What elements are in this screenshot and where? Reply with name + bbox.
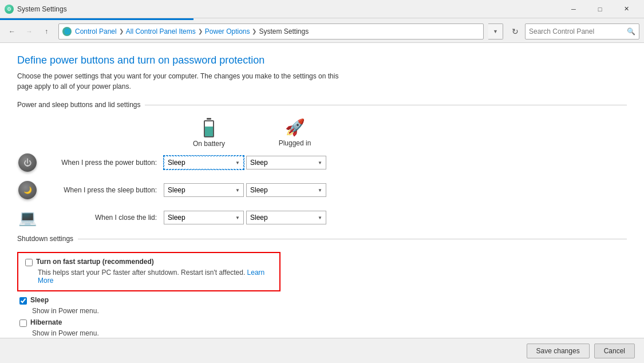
fast-startup-checkbox[interactable] (25, 259, 33, 266)
dropdown-arrow: ▼ (318, 188, 322, 193)
search-box: 🔍 (525, 23, 639, 40)
battery-tip (207, 118, 211, 120)
lid-plugged-value: Sleep (250, 214, 268, 222)
content-area: Define power buttons and turn on passwor… (0, 43, 644, 338)
sleep-button-battery-dropdown[interactable]: Sleep ▼ (164, 183, 244, 197)
minimize-button[interactable]: ─ (560, 0, 587, 18)
breadcrumb-control-panel[interactable]: Control Panel (75, 27, 117, 35)
titlebar: ⚙ System Settings ─ □ ✕ (0, 0, 644, 18)
dropdown-arrow: ▼ (235, 188, 240, 193)
sleep-button-dropdowns: Sleep ▼ Sleep ▼ (164, 183, 326, 197)
breadcrumb-current: System Settings (259, 27, 309, 35)
hibernate-label[interactable]: Hibernate (30, 318, 62, 326)
hibernate-shutdown-item: Hibernate Show in Power menu. (19, 318, 627, 337)
sleep-button-plugged-value: Sleep (250, 186, 268, 194)
page-description: Choose the power settings that you want … (17, 71, 349, 92)
hibernate-checkbox[interactable] (19, 319, 27, 327)
lid-battery-value: Sleep (168, 214, 185, 222)
refresh-button[interactable]: ↻ (508, 24, 523, 39)
sleep-button-icon: 🌙 (17, 180, 38, 200)
page-title: Define power buttons and turn on passwor… (17, 54, 627, 66)
hibernate-description: Show in Power menu. (32, 329, 627, 337)
power-button-dropdowns: Sleep ▼ Sleep ▼ (164, 156, 326, 169)
sleep-label[interactable]: Sleep (30, 296, 49, 304)
power-button-battery-dropdown[interactable]: Sleep ▼ (164, 156, 244, 169)
breadcrumb-icon: 🌐 (62, 27, 72, 36)
breadcrumb-dropdown[interactable]: ▼ (488, 23, 503, 40)
sleep-button-plugged-dropdown[interactable]: Sleep ▼ (246, 183, 326, 197)
section2-line (78, 239, 627, 239)
search-input[interactable] (529, 27, 627, 35)
fast-startup-box: Turn on fast startup (recommended) This … (17, 252, 280, 291)
sleep-description: Show in Power menu. (32, 307, 627, 315)
power-button-icon: ⏻ (17, 152, 38, 173)
window-controls: ─ □ ✕ (560, 0, 639, 18)
column-headers: On battery 🚀 Plugged in (166, 118, 627, 148)
navbar: ← → ↑ 🌐 Control Panel ❯ All Control Pane… (0, 20, 644, 43)
battery-body (204, 120, 214, 137)
main-content: Define power buttons and turn on passwor… (0, 43, 644, 363)
section2-header: Shutdown settings (17, 235, 627, 243)
cancel-button[interactable]: Cancel (594, 344, 635, 358)
sleep-button-battery-value: Sleep (168, 186, 185, 194)
settings-grid: On battery 🚀 Plugged in ⏻ When I press t… (17, 118, 627, 228)
power-button-battery-value: Sleep (168, 159, 185, 167)
search-icon: 🔍 (627, 27, 635, 35)
section1-line (145, 105, 627, 105)
lid-graphic: 💻 (18, 210, 37, 225)
up-button[interactable]: ↑ (39, 24, 54, 39)
power-button-plugged-value: Sleep (250, 159, 268, 167)
fast-startup-row: Turn on fast startup (recommended) (25, 258, 272, 266)
power-button-label: When I press the power button: (45, 159, 164, 167)
power-btn-graphic: ⏻ (18, 153, 37, 172)
lid-label: When I close the lid: (45, 214, 164, 222)
battery-label: On battery (193, 140, 225, 148)
sleep-button-label: When I press the sleep button: (45, 186, 164, 194)
sleep-row: Sleep (19, 296, 627, 305)
power-button-row: ⏻ When I press the power button: Sleep ▼… (17, 152, 627, 173)
lid-row: 💻 When I close the lid: Sleep ▼ Sleep ▼ (17, 207, 627, 228)
close-button[interactable]: ✕ (613, 0, 639, 18)
section1-header: Power and sleep buttons and lid settings (17, 101, 627, 109)
dropdown-arrow: ▼ (318, 215, 322, 220)
lid-icon: 💻 (17, 207, 38, 228)
forward-button[interactable]: → (22, 24, 37, 39)
plug-icon: 🚀 (285, 118, 305, 137)
back-button[interactable]: ← (5, 24, 19, 39)
sleep-shutdown-item: Sleep Show in Power menu. (19, 296, 627, 315)
plugged-column-header: 🚀 Plugged in (252, 118, 338, 148)
sleep-btn-graphic: 🌙 (18, 181, 37, 199)
dropdown-arrow: ▼ (235, 160, 240, 165)
section1-label: Power and sleep buttons and lid settings (17, 101, 140, 109)
hibernate-row: Hibernate (19, 318, 627, 327)
breadcrumb: 🌐 Control Panel ❯ All Control Panel Item… (58, 23, 484, 40)
lid-dropdowns: Sleep ▼ Sleep ▼ (164, 211, 326, 224)
lid-battery-dropdown[interactable]: Sleep ▼ (164, 211, 244, 224)
dropdown-arrow: ▼ (235, 215, 240, 220)
battery-column-header: On battery (166, 118, 252, 148)
sleep-button-row: 🌙 When I press the sleep button: Sleep ▼… (17, 180, 627, 200)
maximize-button[interactable]: □ (587, 0, 613, 18)
breadcrumb-power-options[interactable]: Power Options (205, 27, 250, 35)
fast-startup-label[interactable]: Turn on fast startup (recommended) (36, 258, 154, 266)
fast-startup-description: This helps start your PC faster after sh… (38, 269, 272, 285)
section2-label: Shutdown settings (17, 235, 73, 243)
battery-fill (205, 127, 213, 136)
power-button-plugged-dropdown[interactable]: Sleep ▼ (246, 156, 326, 169)
battery-icon (204, 118, 214, 137)
app-icon: ⚙ (5, 5, 14, 14)
plugged-label: Plugged in (279, 139, 311, 147)
save-button[interactable]: Save changes (527, 344, 590, 358)
dropdown-arrow: ▼ (318, 160, 322, 165)
footer: Save changes Cancel (0, 338, 644, 363)
breadcrumb-all-items[interactable]: All Control Panel Items (126, 27, 196, 35)
lid-plugged-dropdown[interactable]: Sleep ▼ (246, 211, 326, 224)
sleep-checkbox[interactable] (19, 297, 27, 305)
window-title: System Settings (17, 5, 560, 13)
